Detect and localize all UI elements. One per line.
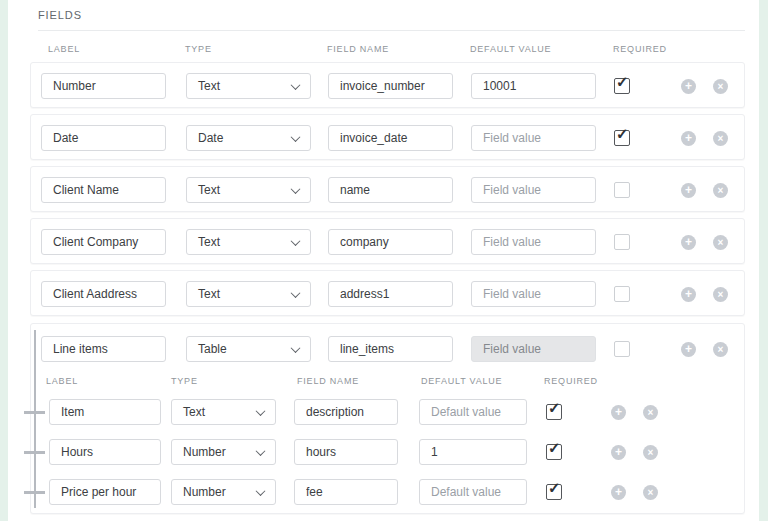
column-header-required: REQUIRED <box>544 376 598 386</box>
add-field-button[interactable]: + <box>681 287 696 302</box>
checkmark-icon: ✓ <box>616 74 629 89</box>
page-background: FIELDS LABELTYPEFIELD NAMEDEFAULT VALUER… <box>0 0 768 521</box>
field-name-input[interactable] <box>294 439 398 465</box>
type-select-value: Text <box>198 287 220 301</box>
column-header-field-name: FIELD NAME <box>327 44 389 54</box>
required-checkbox[interactable]: ✓ <box>614 130 630 146</box>
default-value-input[interactable] <box>471 177 596 203</box>
checkmark-icon: ✓ <box>616 126 629 141</box>
label-input[interactable] <box>49 439 161 465</box>
label-input[interactable] <box>41 281 166 307</box>
nested-field-row: Number ✓ + × <box>31 432 746 472</box>
add-field-button[interactable]: + <box>611 485 626 500</box>
label-input[interactable] <box>49 399 161 425</box>
required-checkbox[interactable]: ✓ <box>546 404 562 420</box>
section-divider <box>38 30 745 31</box>
label-input[interactable] <box>49 479 161 505</box>
field-name-input[interactable] <box>328 177 453 203</box>
add-field-button[interactable]: + <box>681 342 696 357</box>
panel-title: FIELDS <box>38 9 82 21</box>
field-name-input[interactable] <box>328 281 453 307</box>
field-row: Text + × <box>30 218 745 264</box>
chevron-down-icon <box>256 486 266 496</box>
column-header-default-value: DEFAULT VALUE <box>470 44 551 54</box>
default-value-input[interactable] <box>419 439 527 465</box>
chevron-down-icon <box>291 184 301 194</box>
label-input[interactable] <box>41 336 166 362</box>
nesting-tick-1 <box>24 451 45 454</box>
add-field-button[interactable]: + <box>611 445 626 460</box>
type-select-value: Table <box>198 342 227 356</box>
field-name-input[interactable] <box>328 73 453 99</box>
add-field-button[interactable]: + <box>611 405 626 420</box>
remove-field-button[interactable]: × <box>713 235 728 250</box>
add-field-button[interactable]: + <box>681 235 696 250</box>
required-checkbox[interactable]: ✓ <box>546 444 562 460</box>
add-field-button[interactable]: + <box>681 131 696 146</box>
default-value-input[interactable] <box>471 336 596 362</box>
required-checkbox[interactable] <box>614 234 630 250</box>
chevron-down-icon <box>291 236 301 246</box>
fields-list: Text ✓ + × Date ✓ + × Text + × Text <box>30 62 745 322</box>
nesting-tick-2 <box>24 491 45 494</box>
default-value-input[interactable] <box>419 479 527 505</box>
column-header-type: TYPE <box>171 376 198 386</box>
default-value-input[interactable] <box>471 125 596 151</box>
field-name-input[interactable] <box>294 479 398 505</box>
type-select[interactable]: Text <box>186 73 311 99</box>
chevron-down-icon <box>291 80 301 90</box>
add-field-button[interactable]: + <box>681 183 696 198</box>
nested-fields-list: Text ✓ + × Number ✓ + × Number ✓ + × <box>31 392 746 512</box>
group-field-row: Table + × <box>31 326 746 372</box>
remove-field-button[interactable]: × <box>713 79 728 94</box>
chevron-down-icon <box>291 288 301 298</box>
required-checkbox[interactable] <box>614 286 630 302</box>
remove-field-button[interactable]: × <box>713 131 728 146</box>
field-row: Text + × <box>30 166 745 212</box>
remove-field-button[interactable]: × <box>643 445 658 460</box>
remove-field-button[interactable]: × <box>713 183 728 198</box>
required-checkbox[interactable] <box>614 341 630 357</box>
type-select[interactable]: Date <box>186 125 311 151</box>
default-value-input[interactable] <box>471 73 596 99</box>
field-name-input[interactable] <box>328 229 453 255</box>
nesting-tick-0 <box>24 411 45 414</box>
field-row: Text ✓ + × <box>30 62 745 108</box>
required-checkbox[interactable] <box>614 182 630 198</box>
remove-field-button[interactable]: × <box>713 342 728 357</box>
default-value-input[interactable] <box>471 281 596 307</box>
type-select[interactable]: Table <box>186 336 311 362</box>
type-select[interactable]: Text <box>186 177 311 203</box>
default-value-input[interactable] <box>419 399 527 425</box>
type-select[interactable]: Text <box>171 399 276 425</box>
chevron-down-icon <box>256 446 266 456</box>
chevron-down-icon <box>256 406 266 416</box>
required-checkbox[interactable]: ✓ <box>546 484 562 500</box>
type-select-value: Text <box>198 183 220 197</box>
label-input[interactable] <box>41 125 166 151</box>
remove-field-button[interactable]: × <box>643 405 658 420</box>
field-name-input[interactable] <box>294 399 398 425</box>
type-select-value: Date <box>198 131 223 145</box>
type-select-value: Number <box>183 445 226 459</box>
field-name-input[interactable] <box>328 125 453 151</box>
label-input[interactable] <box>41 73 166 99</box>
type-select[interactable]: Number <box>171 439 276 465</box>
label-input[interactable] <box>41 229 166 255</box>
type-select[interactable]: Text <box>186 229 311 255</box>
column-headers: LABELTYPEFIELD NAMEDEFAULT VALUEREQUIRED <box>30 44 745 56</box>
remove-field-button[interactable]: × <box>643 485 658 500</box>
default-value-input[interactable] <box>471 229 596 255</box>
column-header-default-value: DEFAULT VALUE <box>421 376 502 386</box>
field-row: Text + × <box>30 270 745 316</box>
required-checkbox[interactable]: ✓ <box>614 78 630 94</box>
add-field-button[interactable]: + <box>681 79 696 94</box>
type-select[interactable]: Text <box>186 281 311 307</box>
field-name-input[interactable] <box>328 336 453 362</box>
column-header-label: LABEL <box>46 376 78 386</box>
remove-field-button[interactable]: × <box>713 287 728 302</box>
column-header-label: LABEL <box>48 44 80 54</box>
label-input[interactable] <box>41 177 166 203</box>
type-select-value: Text <box>183 405 205 419</box>
type-select[interactable]: Number <box>171 479 276 505</box>
